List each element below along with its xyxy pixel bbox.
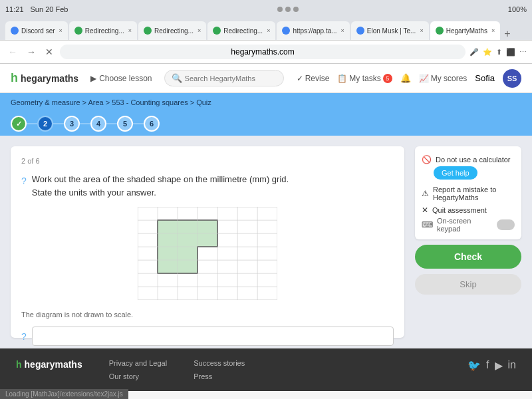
tab-close-redirect2[interactable]: ×	[198, 27, 201, 34]
keypad-label: On-screen keypad	[437, 217, 490, 233]
toolbar-right: 🎤 ⭐ ⬆ ⬛ ⋯	[469, 48, 527, 57]
quit-label: Quit assessment	[432, 206, 487, 214]
step-2[interactable]: 2	[37, 116, 53, 132]
youtube-icon[interactable]: ▶	[495, 359, 503, 372]
tab-label-app: https://app.ta...	[293, 27, 336, 35]
tab-hegartymaths[interactable]: HegartyMaths ×	[430, 21, 501, 40]
answer-input[interactable]	[32, 327, 394, 346]
tab-label-redirect2: Redirecting...	[154, 27, 194, 35]
tab-close-redirect3[interactable]: ×	[267, 27, 270, 34]
sidebar: 🚫 Do not use a calculator Get help ⚠ Rep…	[415, 146, 521, 338]
skip-button[interactable]: Skip	[415, 274, 521, 295]
tab-redirect3[interactable]: Redirecting... ×	[207, 21, 275, 40]
keypad-toggle[interactable]	[497, 219, 515, 230]
question-line2: State the units with your answer.	[32, 186, 289, 200]
tab-label-redirect3: Redirecting...	[223, 27, 263, 35]
step-4[interactable]: 4	[90, 116, 106, 132]
footer-our-story-link[interactable]: Our story	[109, 372, 167, 380]
step-6[interactable]: 6	[144, 116, 160, 132]
choose-lesson-button[interactable]: ▶ Choose lesson	[85, 71, 157, 86]
tab-label-hegartymaths: HegartyMaths	[446, 27, 487, 35]
extensions-icon: ⬛	[506, 48, 515, 57]
get-help-button[interactable]: Get help	[434, 166, 477, 180]
step-1[interactable]: ✓	[11, 116, 27, 132]
no-calculator-label: Do not use a calculator	[436, 156, 511, 164]
tab-elon[interactable]: Elon Musk | Te... ×	[351, 21, 429, 40]
revise-button[interactable]: ✓ Revise	[297, 74, 330, 83]
diagram-note: The diagram is not drawn to scale.	[21, 311, 394, 319]
tab-close-app[interactable]: ×	[341, 27, 344, 34]
my-tasks-button[interactable]: 📋 My tasks 5	[337, 74, 392, 83]
step-line-5	[133, 123, 144, 124]
search-icon: 🔍	[172, 73, 182, 83]
choose-lesson-label: Choose lesson	[99, 74, 152, 83]
tab-app[interactable]: https://app.ta... ×	[277, 21, 349, 40]
app-footer: h hegarymaths Privacy and Legal Our stor…	[0, 348, 532, 391]
logo: h hegarymaths	[11, 71, 78, 85]
tasks-badge: 5	[383, 74, 392, 83]
titlebar-left: 11:21 Sun 20 Feb	[5, 5, 68, 13]
tab-close-hegartymaths[interactable]: ×	[491, 27, 495, 34]
step-circle-3: 3	[64, 116, 80, 132]
footer-logo: h hegarymaths	[16, 359, 82, 370]
step-circle-2: 2	[37, 116, 53, 132]
forward-button[interactable]: →	[24, 45, 39, 59]
revise-icon: ✓	[297, 74, 303, 83]
footer-success-link[interactable]: Success stories	[194, 359, 245, 367]
tasks-icon: 📋	[337, 74, 347, 83]
question-text: ? Work out the area of the shaded shape …	[21, 173, 394, 199]
step-circle-6: 6	[144, 116, 160, 132]
tab-close-discord[interactable]: ×	[59, 27, 63, 34]
tab-favicon-redirect1	[74, 27, 82, 35]
footer-social: 🐦 f ▶ in	[467, 359, 516, 372]
footer-links-col1: Privacy and Legal Our story	[109, 359, 167, 380]
dot3	[293, 7, 299, 12]
bookmark-icon: ⭐	[483, 48, 492, 57]
tab-discord[interactable]: Discord ser ×	[5, 21, 68, 40]
revise-label: Revise	[305, 74, 330, 83]
breadcrumb-geometry[interactable]: Geometry & measure	[11, 98, 88, 106]
step-line-3	[80, 123, 90, 124]
loading-bar: Loading [MathJax]/extensions/tex2jax.js	[0, 389, 128, 399]
step-3[interactable]: 3	[64, 116, 80, 132]
breadcrumb-area[interactable]: Area	[88, 98, 112, 106]
check-button[interactable]: Check	[415, 245, 521, 269]
report-label: Report a mistake to HegartyMaths	[433, 186, 515, 201]
reload-button[interactable]: ✕	[43, 45, 56, 59]
tab-close-redirect1[interactable]: ×	[128, 27, 132, 34]
my-tasks-label: My tasks	[349, 74, 380, 83]
facebook-icon[interactable]: f	[486, 359, 489, 372]
back-button[interactable]: ←	[5, 45, 20, 59]
twitter-icon[interactable]: 🐦	[467, 359, 481, 372]
my-scores-button[interactable]: 📈 My scores	[419, 74, 467, 83]
linkedin-icon[interactable]: in	[508, 359, 516, 372]
breadcrumb-quiz: Quiz	[196, 98, 211, 106]
step-5[interactable]: 5	[117, 116, 133, 132]
tab-close-elon[interactable]: ×	[420, 27, 423, 34]
search-bar[interactable]: 🔍	[164, 70, 284, 86]
choose-lesson-icon: ▶	[90, 74, 96, 83]
keypad-row: ⌨ On-screen keypad	[422, 217, 515, 233]
question-card: 2 of 6 ? Work out the area of the shaded…	[11, 146, 404, 338]
tab-redirect2[interactable]: Redirecting... ×	[138, 21, 206, 40]
search-input[interactable]	[185, 74, 265, 82]
titlebar-dots	[277, 7, 299, 12]
step-check-1: ✓	[16, 120, 22, 128]
scores-icon: 📈	[419, 74, 429, 83]
footer-press-link[interactable]: Press	[194, 372, 245, 380]
tab-label-elon: Elon Musk | Te...	[367, 27, 416, 35]
footer-privacy-link[interactable]: Privacy and Legal	[109, 359, 167, 367]
tab-favicon-hegartymaths	[436, 27, 444, 35]
tab-redirect1[interactable]: Redirecting... ×	[69, 21, 137, 40]
quit-item[interactable]: ✕ Quit assessment	[422, 203, 515, 217]
address-bar[interactable]	[60, 45, 466, 59]
battery-display: 100%	[508, 5, 527, 13]
tab-favicon-discord	[11, 27, 19, 35]
report-mistake-item[interactable]: ⚠ Report a mistake to HegartyMaths	[422, 184, 515, 203]
tab-favicon-app	[282, 27, 290, 35]
new-tab-button[interactable]: +	[501, 28, 513, 40]
tab-favicon-redirect2	[144, 27, 152, 35]
share-icon: ⬆	[496, 48, 502, 57]
breadcrumb-topic[interactable]: 553 - Counting squares	[112, 98, 196, 106]
browser-chrome: 11:21 Sun 20 Feb 100% Discord ser × Redi…	[0, 0, 532, 64]
